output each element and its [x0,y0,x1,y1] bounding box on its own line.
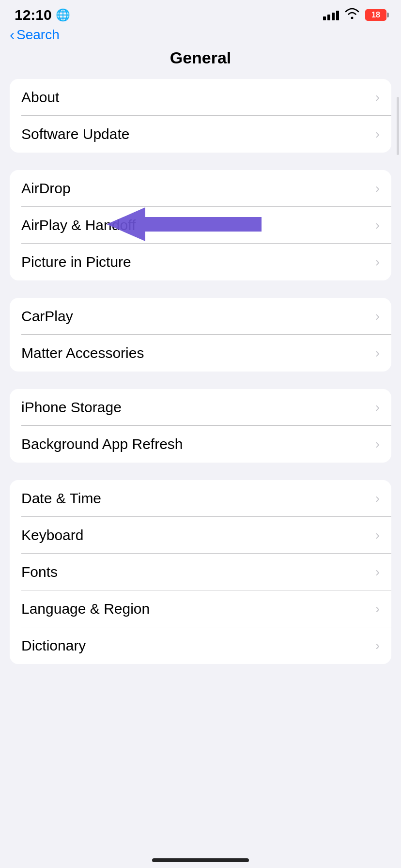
picture-in-picture-label: Picture in Picture [21,254,131,270]
airdrop-chevron-icon: › [375,181,380,196]
about-right: › [375,90,380,105]
status-bar: 12:10 🌐 18 [0,0,401,26]
dictionary-label: Dictionary [21,637,86,654]
settings-group-1: About › Software Update › [10,79,391,153]
airplay-handoff-chevron-icon: › [375,217,380,233]
settings-row-software-update[interactable]: Software Update › [10,116,391,153]
matter-accessories-chevron-icon: › [375,345,380,361]
carplay-right: › [375,309,380,324]
back-button[interactable]: ‹ Search [10,27,60,43]
signal-bar-3 [332,13,335,20]
status-right-icons: 18 [323,8,386,22]
language-region-right: › [375,601,380,617]
settings-row-matter-accessories[interactable]: Matter Accessories › [10,335,391,372]
settings-row-keyboard[interactable]: Keyboard › [10,517,391,554]
settings-group-4: iPhone Storage › Background App Refresh … [10,389,391,463]
back-nav: ‹ Search [0,26,401,46]
settings-group-5: Date & Time › Keyboard › Fonts › Languag… [10,480,391,664]
fonts-right: › [375,564,380,580]
settings-row-background-app-refresh[interactable]: Background App Refresh › [10,426,391,463]
time-label: 12:10 [15,7,52,23]
background-app-refresh-right: › [375,436,380,452]
battery-icon: 18 [365,9,386,21]
iphone-storage-label: iPhone Storage [21,399,122,416]
keyboard-chevron-icon: › [375,527,380,543]
settings-row-language-region[interactable]: Language & Region › [10,590,391,627]
airdrop-label: AirDrop [21,180,71,197]
airdrop-right: › [375,181,380,196]
iphone-storage-right: › [375,400,380,415]
back-label: Search [16,27,60,43]
airplay-handoff-right: › [375,217,380,233]
date-time-label: Date & Time [21,490,101,507]
software-update-label: Software Update [21,126,129,142]
software-update-chevron-icon: › [375,126,380,142]
status-time: 12:10 🌐 [15,7,70,23]
dictionary-chevron-icon: › [375,638,380,653]
settings-row-about[interactable]: About › [10,79,391,116]
globe-icon: 🌐 [56,8,70,22]
carplay-chevron-icon: › [375,309,380,324]
signal-bar-4 [336,11,339,20]
about-label: About [21,89,59,106]
software-update-right: › [375,126,380,142]
keyboard-right: › [375,527,380,543]
page-title: General [170,48,231,67]
date-time-chevron-icon: › [375,491,380,506]
carplay-label: CarPlay [21,308,73,325]
settings-row-carplay[interactable]: CarPlay › [10,298,391,335]
language-region-label: Language & Region [21,601,150,617]
settings-row-airplay-handoff[interactable]: AirPlay & Handoff › [10,207,391,244]
date-time-right: › [375,491,380,506]
keyboard-label: Keyboard [21,527,83,543]
battery-level: 18 [371,11,380,19]
picture-in-picture-right: › [375,254,380,270]
signal-bars [323,10,339,20]
wifi-icon [345,8,359,22]
fonts-label: Fonts [21,564,58,580]
settings-row-date-time[interactable]: Date & Time › [10,480,391,517]
signal-bar-2 [327,15,330,20]
picture-in-picture-chevron-icon: › [375,254,380,270]
iphone-storage-chevron-icon: › [375,400,380,415]
scrollbar[interactable] [397,97,399,155]
settings-row-picture-in-picture[interactable]: Picture in Picture › [10,244,391,280]
signal-bar-1 [323,16,326,20]
settings-row-airdrop[interactable]: AirDrop › [10,170,391,207]
settings-group-3: CarPlay › Matter Accessories › [10,298,391,372]
airplay-handoff-label: AirPlay & Handoff [21,217,136,233]
background-app-refresh-chevron-icon: › [375,436,380,452]
language-region-chevron-icon: › [375,601,380,617]
back-chevron-icon: ‹ [10,28,15,42]
settings-container: About › Software Update › AirDrop › AirP… [0,79,401,664]
home-indicator [152,858,249,862]
about-chevron-icon: › [375,90,380,105]
settings-row-fonts[interactable]: Fonts › [10,554,391,590]
settings-row-dictionary[interactable]: Dictionary › [10,627,391,664]
dictionary-right: › [375,638,380,653]
matter-accessories-label: Matter Accessories [21,345,144,361]
settings-group-2: AirDrop › AirPlay & Handoff › Picture in… [10,170,391,280]
fonts-chevron-icon: › [375,564,380,580]
matter-accessories-right: › [375,345,380,361]
background-app-refresh-label: Background App Refresh [21,436,183,452]
page-header: General [0,46,401,79]
settings-row-iphone-storage[interactable]: iPhone Storage › [10,389,391,426]
